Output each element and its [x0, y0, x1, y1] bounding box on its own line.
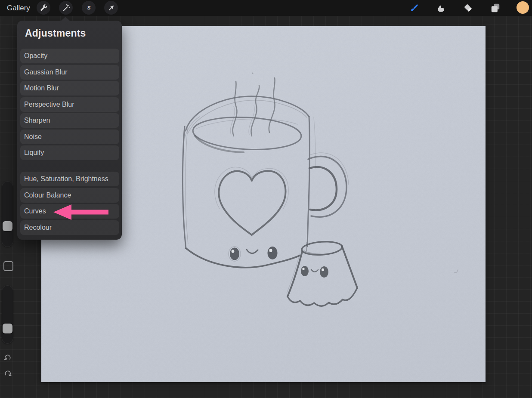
menu-item-gaussian-blur[interactable]: Gaussian Blur	[20, 65, 119, 80]
menu-item-motion-blur[interactable]: Motion Blur	[20, 81, 119, 96]
top-toolbar: Gallery S	[0, 0, 532, 16]
brush-size-slider-handle[interactable]	[3, 221, 12, 231]
smudge-finger-icon	[436, 3, 446, 13]
paint-tool-button[interactable]	[408, 3, 420, 14]
magic-wand-icon	[62, 3, 71, 12]
svg-text:S: S	[87, 5, 90, 11]
adjustments-button[interactable]	[59, 1, 73, 15]
procreate-workspace: Adjustments Opacity Gaussian Blur Motion…	[0, 0, 532, 398]
brush-opacity-slider-handle[interactable]	[3, 324, 12, 333]
menu-item-noise[interactable]: Noise	[20, 130, 119, 144]
erase-tool-button[interactable]	[463, 3, 474, 14]
layers-button[interactable]	[490, 3, 501, 14]
brush-size-slider[interactable]	[2, 181, 13, 247]
menu-caret	[61, 17, 70, 21]
selection-button[interactable]: S	[82, 1, 96, 15]
menu-item-hsb[interactable]: Hue, Saturation, Brightness	[20, 172, 119, 186]
curves-annotation-arrow	[47, 203, 112, 222]
menu-item-sharpen[interactable]: Sharpen	[20, 113, 119, 128]
menu-item-liquify[interactable]: Liquify	[20, 145, 119, 160]
transform-arrow-icon	[107, 3, 116, 12]
modify-button[interactable]	[3, 261, 13, 271]
gallery-button[interactable]: Gallery	[7, 0, 30, 16]
menu-item-recolour[interactable]: Recolour	[20, 220, 119, 235]
wrench-icon	[39, 3, 48, 12]
paint-brush-icon	[408, 3, 420, 14]
color-swatch-circle[interactable]	[517, 1, 529, 14]
layers-icon	[490, 3, 501, 14]
selection-s-icon: S	[84, 3, 93, 12]
eraser-icon	[463, 3, 473, 13]
smudge-tool-button[interactable]	[436, 3, 447, 14]
undo-arrow-icon	[3, 353, 12, 363]
transform-button[interactable]	[104, 1, 118, 15]
menu-title: Adjustments	[25, 28, 86, 39]
brush-opacity-slider[interactable]	[2, 285, 13, 344]
redo-button[interactable]	[3, 369, 12, 379]
menu-item-opacity[interactable]: Opacity	[20, 49, 119, 63]
redo-arrow-icon	[3, 369, 12, 379]
undo-button[interactable]	[3, 353, 12, 363]
menu-item-colour-balance[interactable]: Colour Balance	[20, 188, 119, 203]
actions-button[interactable]	[37, 1, 50, 15]
menu-item-perspective-blur[interactable]: Perspective Blur	[20, 97, 119, 112]
